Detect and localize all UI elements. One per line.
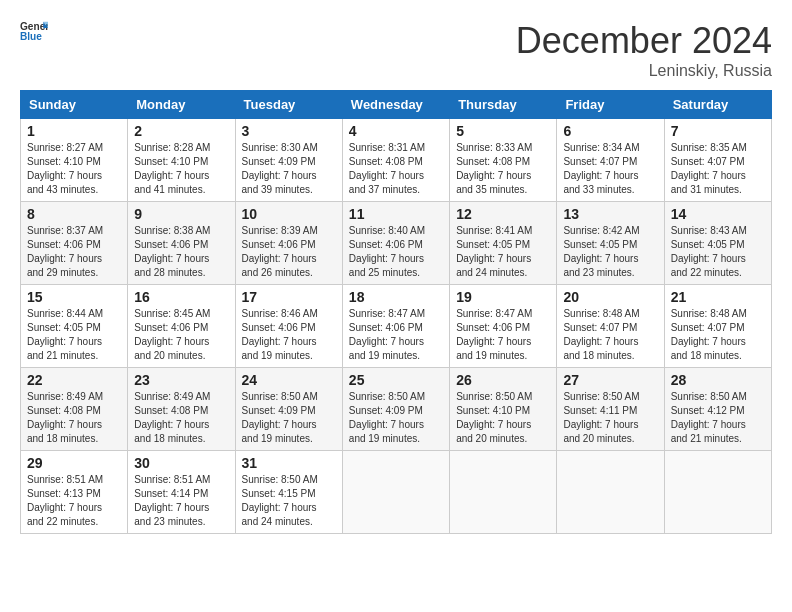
day-info: Sunrise: 8:41 AM Sunset: 4:05 PM Dayligh… [456, 224, 550, 280]
title-block: December 2024 Leninskiy, Russia [516, 20, 772, 80]
day-number: 30 [134, 455, 228, 471]
day-info: Sunrise: 8:42 AM Sunset: 4:05 PM Dayligh… [563, 224, 657, 280]
day-cell: 7Sunrise: 8:35 AM Sunset: 4:07 PM Daylig… [664, 119, 771, 202]
weekday-header-friday: Friday [557, 91, 664, 119]
day-info: Sunrise: 8:44 AM Sunset: 4:05 PM Dayligh… [27, 307, 121, 363]
day-info: Sunrise: 8:50 AM Sunset: 4:12 PM Dayligh… [671, 390, 765, 446]
day-cell: 26Sunrise: 8:50 AM Sunset: 4:10 PM Dayli… [450, 368, 557, 451]
day-info: Sunrise: 8:31 AM Sunset: 4:08 PM Dayligh… [349, 141, 443, 197]
month-title: December 2024 [516, 20, 772, 62]
day-cell: 10Sunrise: 8:39 AM Sunset: 4:06 PM Dayli… [235, 202, 342, 285]
day-cell: 25Sunrise: 8:50 AM Sunset: 4:09 PM Dayli… [342, 368, 449, 451]
calendar-table: SundayMondayTuesdayWednesdayThursdayFrid… [20, 90, 772, 534]
day-info: Sunrise: 8:50 AM Sunset: 4:15 PM Dayligh… [242, 473, 336, 529]
day-cell: 31Sunrise: 8:50 AM Sunset: 4:15 PM Dayli… [235, 451, 342, 534]
weekday-header-thursday: Thursday [450, 91, 557, 119]
day-cell: 15Sunrise: 8:44 AM Sunset: 4:05 PM Dayli… [21, 285, 128, 368]
day-cell: 18Sunrise: 8:47 AM Sunset: 4:06 PM Dayli… [342, 285, 449, 368]
day-number: 11 [349, 206, 443, 222]
day-info: Sunrise: 8:30 AM Sunset: 4:09 PM Dayligh… [242, 141, 336, 197]
day-cell: 11Sunrise: 8:40 AM Sunset: 4:06 PM Dayli… [342, 202, 449, 285]
day-info: Sunrise: 8:38 AM Sunset: 4:06 PM Dayligh… [134, 224, 228, 280]
day-number: 3 [242, 123, 336, 139]
day-info: Sunrise: 8:43 AM Sunset: 4:05 PM Dayligh… [671, 224, 765, 280]
day-number: 7 [671, 123, 765, 139]
week-row-2: 8Sunrise: 8:37 AM Sunset: 4:06 PM Daylig… [21, 202, 772, 285]
weekday-header-monday: Monday [128, 91, 235, 119]
day-info: Sunrise: 8:49 AM Sunset: 4:08 PM Dayligh… [134, 390, 228, 446]
day-number: 21 [671, 289, 765, 305]
day-number: 8 [27, 206, 121, 222]
day-cell: 24Sunrise: 8:50 AM Sunset: 4:09 PM Dayli… [235, 368, 342, 451]
day-info: Sunrise: 8:40 AM Sunset: 4:06 PM Dayligh… [349, 224, 443, 280]
day-cell: 16Sunrise: 8:45 AM Sunset: 4:06 PM Dayli… [128, 285, 235, 368]
day-cell: 5Sunrise: 8:33 AM Sunset: 4:08 PM Daylig… [450, 119, 557, 202]
day-cell: 9Sunrise: 8:38 AM Sunset: 4:06 PM Daylig… [128, 202, 235, 285]
weekday-header-row: SundayMondayTuesdayWednesdayThursdayFrid… [21, 91, 772, 119]
day-info: Sunrise: 8:48 AM Sunset: 4:07 PM Dayligh… [563, 307, 657, 363]
day-cell: 19Sunrise: 8:47 AM Sunset: 4:06 PM Dayli… [450, 285, 557, 368]
day-info: Sunrise: 8:33 AM Sunset: 4:08 PM Dayligh… [456, 141, 550, 197]
day-info: Sunrise: 8:47 AM Sunset: 4:06 PM Dayligh… [349, 307, 443, 363]
day-cell: 28Sunrise: 8:50 AM Sunset: 4:12 PM Dayli… [664, 368, 771, 451]
day-number: 19 [456, 289, 550, 305]
day-number: 20 [563, 289, 657, 305]
day-cell: 8Sunrise: 8:37 AM Sunset: 4:06 PM Daylig… [21, 202, 128, 285]
day-number: 5 [456, 123, 550, 139]
day-cell: 12Sunrise: 8:41 AM Sunset: 4:05 PM Dayli… [450, 202, 557, 285]
day-info: Sunrise: 8:50 AM Sunset: 4:11 PM Dayligh… [563, 390, 657, 446]
day-cell: 1Sunrise: 8:27 AM Sunset: 4:10 PM Daylig… [21, 119, 128, 202]
day-number: 24 [242, 372, 336, 388]
svg-text:Blue: Blue [20, 31, 42, 42]
day-number: 25 [349, 372, 443, 388]
empty-cell [450, 451, 557, 534]
day-cell: 29Sunrise: 8:51 AM Sunset: 4:13 PM Dayli… [21, 451, 128, 534]
day-info: Sunrise: 8:28 AM Sunset: 4:10 PM Dayligh… [134, 141, 228, 197]
day-number: 14 [671, 206, 765, 222]
page-header: General Blue December 2024 Leninskiy, Ru… [20, 20, 772, 80]
day-info: Sunrise: 8:50 AM Sunset: 4:10 PM Dayligh… [456, 390, 550, 446]
day-number: 1 [27, 123, 121, 139]
day-number: 13 [563, 206, 657, 222]
day-cell: 20Sunrise: 8:48 AM Sunset: 4:07 PM Dayli… [557, 285, 664, 368]
logo-icon: General Blue [20, 20, 48, 42]
day-number: 27 [563, 372, 657, 388]
day-cell: 21Sunrise: 8:48 AM Sunset: 4:07 PM Dayli… [664, 285, 771, 368]
weekday-header-saturday: Saturday [664, 91, 771, 119]
day-info: Sunrise: 8:46 AM Sunset: 4:06 PM Dayligh… [242, 307, 336, 363]
weekday-header-tuesday: Tuesday [235, 91, 342, 119]
empty-cell [664, 451, 771, 534]
day-cell: 14Sunrise: 8:43 AM Sunset: 4:05 PM Dayli… [664, 202, 771, 285]
day-number: 9 [134, 206, 228, 222]
day-info: Sunrise: 8:48 AM Sunset: 4:07 PM Dayligh… [671, 307, 765, 363]
day-number: 31 [242, 455, 336, 471]
day-cell: 4Sunrise: 8:31 AM Sunset: 4:08 PM Daylig… [342, 119, 449, 202]
empty-cell [557, 451, 664, 534]
day-cell: 3Sunrise: 8:30 AM Sunset: 4:09 PM Daylig… [235, 119, 342, 202]
day-cell: 17Sunrise: 8:46 AM Sunset: 4:06 PM Dayli… [235, 285, 342, 368]
day-number: 16 [134, 289, 228, 305]
week-row-1: 1Sunrise: 8:27 AM Sunset: 4:10 PM Daylig… [21, 119, 772, 202]
weekday-header-wednesday: Wednesday [342, 91, 449, 119]
day-number: 22 [27, 372, 121, 388]
day-info: Sunrise: 8:50 AM Sunset: 4:09 PM Dayligh… [242, 390, 336, 446]
empty-cell [342, 451, 449, 534]
weekday-header-sunday: Sunday [21, 91, 128, 119]
day-number: 12 [456, 206, 550, 222]
day-info: Sunrise: 8:39 AM Sunset: 4:06 PM Dayligh… [242, 224, 336, 280]
day-cell: 30Sunrise: 8:51 AM Sunset: 4:14 PM Dayli… [128, 451, 235, 534]
day-info: Sunrise: 8:49 AM Sunset: 4:08 PM Dayligh… [27, 390, 121, 446]
day-number: 15 [27, 289, 121, 305]
day-number: 4 [349, 123, 443, 139]
week-row-3: 15Sunrise: 8:44 AM Sunset: 4:05 PM Dayli… [21, 285, 772, 368]
day-number: 23 [134, 372, 228, 388]
day-cell: 22Sunrise: 8:49 AM Sunset: 4:08 PM Dayli… [21, 368, 128, 451]
day-number: 29 [27, 455, 121, 471]
day-info: Sunrise: 8:51 AM Sunset: 4:14 PM Dayligh… [134, 473, 228, 529]
day-cell: 27Sunrise: 8:50 AM Sunset: 4:11 PM Dayli… [557, 368, 664, 451]
day-number: 2 [134, 123, 228, 139]
day-number: 10 [242, 206, 336, 222]
day-info: Sunrise: 8:47 AM Sunset: 4:06 PM Dayligh… [456, 307, 550, 363]
week-row-4: 22Sunrise: 8:49 AM Sunset: 4:08 PM Dayli… [21, 368, 772, 451]
day-info: Sunrise: 8:37 AM Sunset: 4:06 PM Dayligh… [27, 224, 121, 280]
